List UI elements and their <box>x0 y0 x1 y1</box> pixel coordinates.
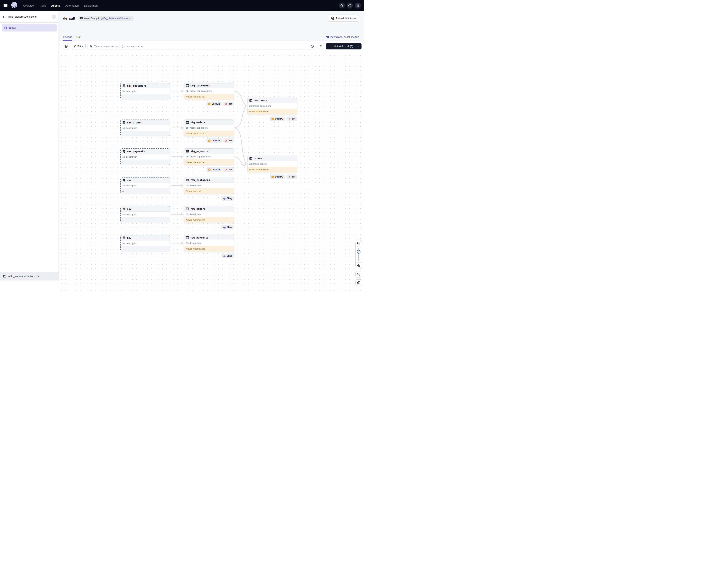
sidebar-item-default[interactable]: default <box>2 24 57 31</box>
asset-node-tags: DuckDBdbt <box>247 174 297 179</box>
tag-duckdb[interactable]: DuckDB <box>270 174 285 179</box>
asset-node-title: stg_payments <box>190 150 208 153</box>
dagster-octopus-logo[interactable] <box>10 1 19 10</box>
tag-sling[interactable]: Sling <box>221 196 234 201</box>
materialize-all-label: Materialize all (8) <box>334 45 353 48</box>
group-count-badge: 1 <box>52 15 56 19</box>
hamburger-menu-icon[interactable] <box>4 4 7 7</box>
asset-node-status: Never materialized <box>184 217 234 223</box>
nav-item-runs[interactable]: Runs <box>40 4 46 7</box>
fit-graph-button[interactable] <box>355 271 362 278</box>
search-icon[interactable] <box>339 2 345 9</box>
asset-node-raw_payments_src[interactable]: raw_paymentsNo description– <box>120 148 170 165</box>
dbt-icon <box>225 168 228 171</box>
asset-node-csv_2[interactable]: csvNo description– <box>120 206 170 223</box>
lineage-graph-canvas[interactable]: raw_customersNo description–stg_customer… <box>59 52 364 281</box>
asset-node-orders[interactable]: ordersdbt model ordersNever materialized <box>247 156 297 172</box>
materialize-all-button[interactable]: Materialize all (8) <box>326 43 362 49</box>
view-global-lineage-link[interactable]: View global asset lineage <box>326 36 359 41</box>
asset-node-description: dbt model stg_orders <box>184 125 234 131</box>
asset-node-tags: DuckDBdbt <box>247 117 297 121</box>
zoom-in-button[interactable] <box>356 240 362 247</box>
table-icon <box>186 84 189 87</box>
reload-definitions-button[interactable]: Reload definitions <box>328 15 359 22</box>
settings-gear-icon[interactable]: ⚙ <box>355 2 361 9</box>
asset-node-status: Never materialized <box>247 167 297 172</box>
sidebar-footer[interactable]: jaffle_platform.definitions ⟳ <box>0 272 59 281</box>
asset-node-status: – <box>121 217 170 223</box>
dbt-icon <box>288 118 291 120</box>
tag-dbt[interactable]: dbt <box>286 174 297 179</box>
tag-dbt[interactable]: dbt <box>223 138 234 143</box>
asset-node-stg_orders[interactable]: stg_ordersdbt model stg_ordersNever mate… <box>184 120 234 136</box>
duckdb-icon <box>208 103 211 105</box>
tag-label: DuckDB <box>212 103 220 105</box>
tab-list[interactable]: List <box>77 36 81 41</box>
tag-dbt[interactable]: dbt <box>286 117 297 121</box>
refresh-icon[interactable]: ⟳ <box>37 275 39 278</box>
zoom-out-button[interactable] <box>356 263 362 269</box>
asset-node-raw_orders_src[interactable]: raw_ordersNo description– <box>120 120 170 136</box>
asset-node-status: Never materialized <box>184 188 234 194</box>
dbt-icon <box>225 139 228 142</box>
tag-label: DuckDB <box>275 118 283 120</box>
zoom-slider-handle[interactable] <box>357 250 361 254</box>
asset-node-raw_customers[interactable]: raw_customersNo descriptionNever materia… <box>184 177 234 194</box>
refresh-graph-button[interactable]: ⟳ <box>318 43 324 49</box>
page-title: default <box>63 16 75 20</box>
table-icon <box>186 179 189 181</box>
refresh-icon[interactable]: ⟳ <box>129 17 131 20</box>
asset-node-customers[interactable]: customersdbt model customersNever materi… <box>247 98 297 114</box>
asset-table-icon <box>80 17 83 20</box>
lineage-toolbar: Filter ⟳ Materialize all (8) <box>59 41 364 52</box>
tag-duckdb[interactable]: DuckDB <box>270 117 285 121</box>
asset-groups-sidebar: jaffle_platform.definitions 1 default ja… <box>0 11 59 281</box>
tag-sling[interactable]: Sling <box>221 225 234 229</box>
tag-label: DuckDB <box>212 139 220 142</box>
materialize-dropdown-caret[interactable] <box>356 43 362 49</box>
nav-item-assets[interactable]: Assets <box>51 4 60 7</box>
dbt-icon <box>225 103 228 105</box>
nav-item-deployment[interactable]: Deployment <box>84 4 98 7</box>
asset-node-status: Never materialized <box>184 246 234 252</box>
filter-button[interactable]: Filter <box>71 43 86 49</box>
table-source-icon <box>122 150 125 153</box>
tag-sling[interactable]: Sling <box>221 254 234 258</box>
asset-node-description: No description <box>184 240 234 246</box>
tag-label: dbt <box>229 168 232 171</box>
tag-duckdb[interactable]: DuckDB <box>206 138 222 143</box>
duckdb-icon <box>271 118 274 120</box>
duckdb-icon <box>208 168 211 171</box>
nav-item-automation[interactable]: Automation <box>65 4 79 7</box>
asset-node-csv_3[interactable]: csvNo description– <box>120 235 170 252</box>
asset-node-raw_customers_src[interactable]: raw_customersNo description– <box>120 83 170 99</box>
asset-node-description: No description <box>184 183 234 188</box>
tag-duckdb[interactable]: DuckDB <box>206 167 222 172</box>
zoom-slider[interactable] <box>356 247 362 263</box>
asset-node-raw_payments[interactable]: raw_paymentsNo descriptionNever material… <box>184 235 234 252</box>
help-icon[interactable]: ? <box>347 2 353 9</box>
sidebar-group-name: jaffle_platform.definitions <box>8 15 50 18</box>
asset-node-tags: DuckDBdbt <box>184 167 234 172</box>
asset-subset-input[interactable] <box>94 45 309 48</box>
tag-dbt[interactable]: dbt <box>223 167 234 172</box>
dbt-icon <box>288 176 291 178</box>
asset-node-stg_customers[interactable]: stg_customersdbt model stg_customersNeve… <box>184 83 234 99</box>
download-view-button[interactable] <box>355 279 362 281</box>
asset-subset-icon <box>90 45 93 48</box>
asset-node-raw_orders[interactable]: raw_ordersNo descriptionNever materializ… <box>184 206 234 223</box>
refresh-icon: ⟳ <box>320 45 322 48</box>
tag-label: dbt <box>229 139 232 142</box>
sidebar-group-row[interactable]: jaffle_platform.definitions 1 <box>0 11 59 23</box>
table-source-icon <box>122 179 125 182</box>
tag-duckdb[interactable]: DuckDB <box>206 102 222 106</box>
nav-item-overview[interactable]: Overview <box>23 4 34 7</box>
info-icon[interactable] <box>311 45 314 48</box>
asset-node-stg_payments[interactable]: stg_paymentsdbt model stg_paymentsNever … <box>184 148 234 165</box>
tag-dbt[interactable]: dbt <box>223 102 234 106</box>
asset-node-csv_1[interactable]: csvNo description– <box>120 177 170 194</box>
badge-group-link[interactable]: jaffle_platform.definitions <box>101 17 128 20</box>
tab-lineage[interactable]: Lineage <box>63 36 72 41</box>
toggle-panel-button[interactable] <box>63 43 69 49</box>
tabs-row: LineageList View global asset lineage <box>63 36 359 41</box>
